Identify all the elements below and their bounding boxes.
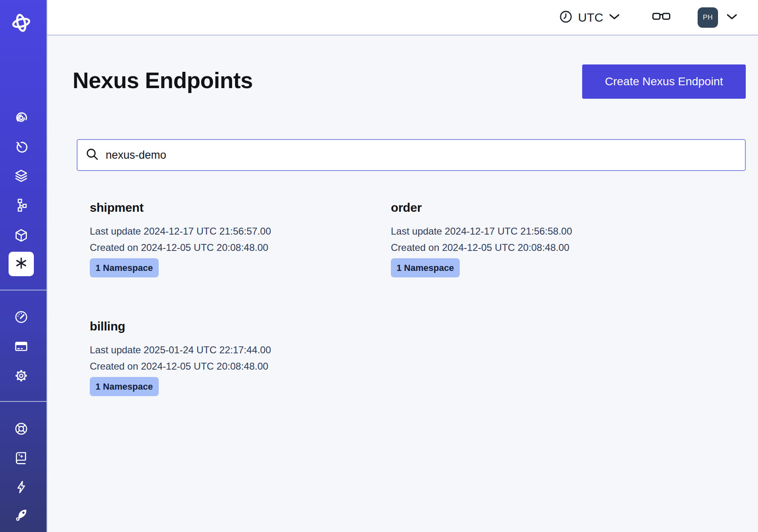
endpoint-created: Created on 2024-12-05 UTC 20:08:48.00 xyxy=(90,239,375,256)
endpoint-card[interactable]: billing Last update 2025-01-24 UTC 22:17… xyxy=(90,318,375,396)
layers-icon xyxy=(14,169,28,183)
sidebar-item-cube[interactable] xyxy=(0,228,42,242)
endpoint-last-update: Last update 2024-12-17 UTC 21:56:58.00 xyxy=(391,223,676,239)
gauge-icon xyxy=(14,310,29,324)
avatar-initials: PH xyxy=(703,13,713,22)
lifebuoy-icon xyxy=(14,421,29,436)
sidebar-item-book[interactable] xyxy=(0,451,42,466)
sidebar-divider xyxy=(0,401,47,402)
endpoint-name[interactable]: order xyxy=(391,200,676,216)
user-menu-button[interactable] xyxy=(726,13,738,22)
timezone-selector[interactable]: UTC xyxy=(559,10,620,25)
sidebar-item-gear[interactable] xyxy=(0,368,42,383)
timezone-label: UTC xyxy=(578,11,603,24)
book-sparkle-icon xyxy=(14,451,29,466)
spiral-icon xyxy=(14,111,28,124)
endpoint-last-update: Last update 2025-01-24 UTC 22:17:44.00 xyxy=(90,342,375,358)
create-nexus-endpoint-button[interactable]: Create Nexus Endpoint xyxy=(582,64,746,99)
sidebar-divider xyxy=(0,290,47,290)
sidebar-item-nexus[interactable] xyxy=(9,252,34,276)
endpoint-name[interactable]: shipment xyxy=(90,200,375,216)
glasses-icon xyxy=(652,11,671,24)
chevron-down-icon xyxy=(609,13,620,22)
sidebar-item-lifebuoy[interactable] xyxy=(0,421,42,436)
avatar[interactable]: PH xyxy=(698,7,718,28)
endpoint-created: Created on 2024-12-05 UTC 20:08:48.00 xyxy=(391,239,676,256)
namespace-badge: 1 Namespace xyxy=(391,258,460,277)
lightning-icon xyxy=(14,480,29,494)
flow-icon xyxy=(14,198,28,212)
sidebar-item-layers[interactable] xyxy=(0,169,42,183)
namespace-badge: 1 Namespace xyxy=(90,258,159,277)
sidebar-item-spiral[interactable] xyxy=(0,111,42,124)
cube-icon xyxy=(14,228,28,242)
credit-card-icon xyxy=(14,339,29,354)
search-input[interactable] xyxy=(106,149,737,162)
labs-toggle-button[interactable] xyxy=(652,11,671,24)
endpoint-created: Created on 2024-12-05 UTC 20:08:48.00 xyxy=(90,358,375,375)
endpoint-name[interactable]: billing xyxy=(90,318,375,335)
namespace-badge: 1 Namespace xyxy=(90,377,159,396)
page-title: Nexus Endpoints xyxy=(73,67,253,93)
timer-icon xyxy=(14,140,28,154)
sidebar-item-rocket[interactable] xyxy=(0,508,42,523)
sidebar-item-flow[interactable] xyxy=(0,198,42,212)
gear-icon xyxy=(14,368,29,383)
nexus-asterisk-icon xyxy=(14,256,28,272)
clock-icon xyxy=(559,10,573,25)
endpoint-card[interactable]: order Last update 2024-12-17 UTC 21:56:5… xyxy=(391,200,676,277)
sidebar-item-lightning[interactable] xyxy=(0,480,42,494)
sidebar-item-credit-card[interactable] xyxy=(0,339,42,354)
app-root: UTC PH xyxy=(0,0,758,532)
endpoint-card[interactable]: shipment Last update 2024-12-17 UTC 21:5… xyxy=(90,200,375,277)
search-box xyxy=(77,139,746,171)
sidebar-item-gauge[interactable] xyxy=(0,310,42,324)
sidebar-item-timer[interactable] xyxy=(0,140,42,154)
top-bar: UTC PH xyxy=(47,0,758,35)
search-icon xyxy=(86,148,99,162)
sidebar xyxy=(0,0,47,532)
temporal-logo-icon[interactable] xyxy=(0,13,42,33)
chevron-down-icon xyxy=(726,13,738,22)
main-content: Nexus Endpoints Create Nexus Endpoint sh… xyxy=(47,35,758,532)
endpoint-last-update: Last update 2024-12-17 UTC 21:56:57.00 xyxy=(90,223,375,239)
rocket-icon xyxy=(13,508,29,523)
